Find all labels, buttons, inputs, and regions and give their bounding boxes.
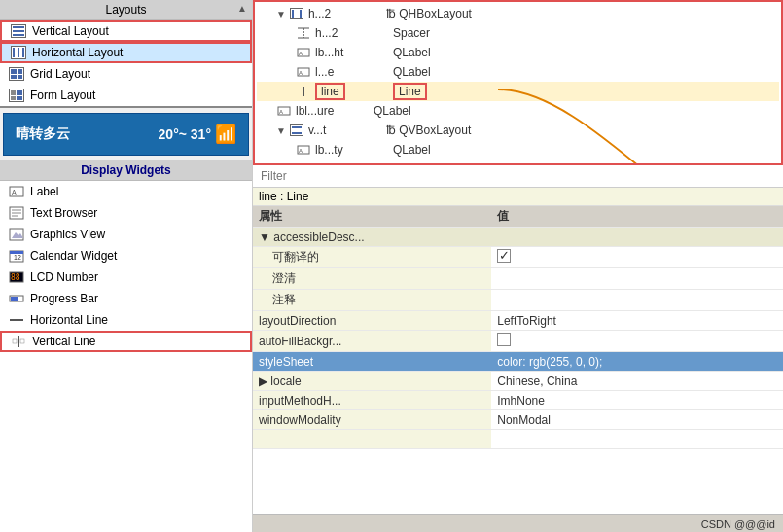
prop-translatable-value[interactable] xyxy=(491,247,783,268)
autofill-checkbox[interactable] xyxy=(497,333,511,346)
tree-col2-hbox: ℔ QHBoxLayout xyxy=(386,7,472,20)
prop-row-extra xyxy=(253,430,783,449)
props-title: line : Line xyxy=(253,188,783,206)
layout-item-grid[interactable]: Grid Layout xyxy=(0,63,252,85)
prop-inputmethod-label: inputMethodH... xyxy=(253,391,491,410)
widget-item-lcd[interactable]: 88 LCD Number xyxy=(0,266,252,288)
prop-row-accessible[interactable]: ▼ accessibleDesc... xyxy=(253,228,783,247)
layout-vertical-label: Vertical Layout xyxy=(32,24,109,38)
left-panel: Layouts Vertical Layout Horizontal Layou… xyxy=(0,0,253,532)
display-widgets-header[interactable]: Display Widgets xyxy=(0,160,252,181)
weather-condition: 晴转多云 xyxy=(16,125,70,143)
col-header-property: 属性 xyxy=(253,206,491,228)
tree-col2-line: Line xyxy=(393,83,427,100)
translatable-checkbox[interactable] xyxy=(497,249,511,263)
svg-text:A: A xyxy=(12,189,17,195)
tree-col1-label1: lb...ht xyxy=(315,46,393,59)
vline-widget-label: Vertical Line xyxy=(32,335,95,348)
lcd-widget-label: LCD Number xyxy=(30,270,98,284)
main-container: Layouts Vertical Layout Horizontal Layou… xyxy=(0,0,783,532)
prop-layoutdir-label: layoutDirection xyxy=(253,311,491,331)
prop-row-layoutdir[interactable]: layoutDirection LeftToRight xyxy=(253,311,783,331)
tree-col1-label3: lbl...ure xyxy=(296,104,374,118)
tree-arrow: ▼ xyxy=(276,9,286,19)
layout-item-horizontal[interactable]: Horizontal Layout xyxy=(0,42,252,63)
prop-stylesheet-value[interactable]: color: rgb(255, 0, 0); xyxy=(491,352,783,372)
widget-item-hline[interactable]: Horizontal Line xyxy=(0,309,252,331)
hline-widget-label: Horizontal Line xyxy=(30,313,108,327)
progressbar-widget-label: Progress Bar xyxy=(30,292,98,305)
properties-panel: 属性 值 ▼ accessibleDesc... 可翻译的 xyxy=(253,206,783,532)
widget-item-vline[interactable]: Vertical Line xyxy=(0,331,252,352)
tree-col1-hbox: h...2 xyxy=(308,7,386,20)
hbox-icon xyxy=(289,7,304,20)
weather-widget: 晴转多云 20°~ 31° 📶 xyxy=(3,113,249,156)
bottom-bar: CSDN @@@id xyxy=(253,514,783,532)
tree-col2-label3: QLabel xyxy=(374,104,411,118)
textbrowser-icon xyxy=(8,205,25,221)
tree-col1-line: line xyxy=(315,83,393,100)
tree-row-hboxlayout[interactable]: ▼ h...2 ℔ QHBoxLayout xyxy=(257,4,779,23)
widget-item-calendar[interactable]: 12 Calendar Widget xyxy=(0,245,252,266)
prop-row-inputmethod[interactable]: inputMethodH... ImhNone xyxy=(253,391,783,410)
calendar-widget-label: Calendar Widget xyxy=(30,249,117,263)
widget-item-textbrowser[interactable]: Text Browser xyxy=(0,202,252,224)
graphicsview-widget-label: Graphics View xyxy=(30,228,105,241)
tree-row-line[interactable]: line Line xyxy=(257,82,779,101)
properties-table: 属性 值 ▼ accessibleDesc... 可翻译的 xyxy=(253,206,783,449)
grid-layout-icon xyxy=(8,66,25,82)
label-tree-icon2: A xyxy=(296,65,311,79)
widget-item-label[interactable]: A Label xyxy=(0,181,252,202)
label-icon: A xyxy=(8,184,25,199)
prop-inputmethod-value: ImhNone xyxy=(491,391,783,410)
tree-row-qlabel3[interactable]: A lbl...ure QLabel xyxy=(257,101,779,121)
tree-col2-vbox: ℔ QVBoxLayout xyxy=(386,124,471,137)
filter-bar xyxy=(253,165,783,188)
tree-section: ▼ h...2 ℔ QHBoxLayout h...2 Spacer A lb.… xyxy=(253,0,783,165)
widget-item-graphicsview[interactable]: Graphics View xyxy=(0,224,252,245)
svg-text:A: A xyxy=(299,148,303,154)
prop-clarify-value xyxy=(491,268,783,290)
prop-row-translatable[interactable]: 可翻译的 xyxy=(253,247,783,268)
tree-row-label4[interactable]: A lb...ty QLabel xyxy=(257,140,779,160)
tree-col2-label1: QLabel xyxy=(393,46,431,59)
tree-row-spacer[interactable]: h...2 Spacer xyxy=(257,23,779,43)
prop-row-autofill[interactable]: autoFillBackgr... xyxy=(253,331,783,352)
prop-row-clarify[interactable]: 澄清 xyxy=(253,268,783,290)
layout-item-vertical[interactable]: Vertical Layout xyxy=(0,20,252,42)
layouts-header[interactable]: Layouts xyxy=(0,0,252,20)
tree-row-label2[interactable]: A l...e QLabel xyxy=(257,62,779,82)
label-tree-icon: A xyxy=(296,46,311,59)
form-layout-icon xyxy=(8,88,25,103)
prop-windowmodality-label: windowModality xyxy=(253,410,491,430)
tree-col1-spacer: h...2 xyxy=(315,26,393,40)
prop-stylesheet-label: styleSheet xyxy=(253,352,491,372)
tree-arrow2: ▼ xyxy=(276,125,286,136)
filter-input[interactable] xyxy=(257,167,779,185)
weather-temp: 20°~ 31° 📶 xyxy=(159,124,236,145)
prop-row-locale[interactable]: ▶ locale Chinese, China xyxy=(253,372,783,391)
prop-row-windowmodality[interactable]: windowModality NonModal xyxy=(253,410,783,430)
label-tree-icon4: A xyxy=(296,143,311,157)
prop-row-comment[interactable]: 注释 xyxy=(253,290,783,311)
tree-col2-label2: QLabel xyxy=(393,65,431,79)
layout-horizontal-label: Horizontal Layout xyxy=(32,46,123,59)
spacer-icon xyxy=(296,26,311,40)
layouts-section: Layouts Vertical Layout Horizontal Layou… xyxy=(0,0,252,108)
watermark-text: CSDN @@@id xyxy=(701,518,775,530)
horizontal-layout-icon xyxy=(10,45,27,60)
prop-comment-label: 注释 xyxy=(253,290,491,311)
tree-col1-label4: lb...ty xyxy=(315,143,393,157)
prop-autofill-value[interactable] xyxy=(491,331,783,352)
tree-row-vboxlayout[interactable]: ▼ v...t ℔ QVBoxLayout xyxy=(257,121,779,140)
widget-item-progressbar[interactable]: Progress Bar xyxy=(0,288,252,309)
prop-layoutdir-value: LeftToRight xyxy=(491,311,783,331)
tree-col2-spacer: Spacer xyxy=(393,26,430,40)
layout-item-form[interactable]: Form Layout xyxy=(0,85,252,106)
right-panel: ▼ h...2 ℔ QHBoxLayout h...2 Spacer A lb.… xyxy=(253,0,783,532)
layout-grid-label: Grid Layout xyxy=(30,67,90,81)
tree-row-label1[interactable]: A lb...ht QLabel xyxy=(257,43,779,62)
prop-translatable-label: 可翻译的 xyxy=(253,247,491,268)
textbrowser-widget-label: Text Browser xyxy=(30,206,97,220)
prop-row-stylesheet[interactable]: styleSheet color: rgb(255, 0, 0); xyxy=(253,352,783,372)
